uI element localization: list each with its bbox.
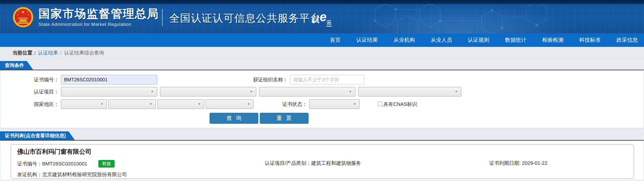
chevron-down-icon: ▼ (455, 90, 458, 93)
nav-item-cert-rules[interactable]: 认证规则 (468, 37, 489, 44)
china-national-emblem-icon: ★ ★ ★ ★ ★ (12, 7, 34, 29)
org-name-en: State Administration for Market Regulati… (39, 22, 159, 27)
status-label: 证书状态： (248, 99, 307, 109)
cert-no-label: 证书编号： (0, 75, 59, 84)
status-select[interactable]: ▼ (309, 99, 359, 109)
chevron-down-icon: ▼ (353, 103, 356, 105)
chevron-down-icon: ▼ (149, 103, 152, 105)
cert-no-field-label: 证书编号： (17, 161, 42, 167)
breadcrumb-link-cert-results[interactable]: 认证结果 (38, 50, 58, 56)
region-label: 国家地区： (0, 99, 59, 109)
cert-no-value: BMT26SC02010001 (42, 161, 87, 167)
region-select-4[interactable]: ▼ (206, 99, 254, 109)
org-name-input[interactable] (290, 75, 364, 84)
site-header: ★ ★ ★ ★ ★ 国家市场监督管理总局 State Administratio… (0, 0, 644, 33)
cert-list-panel: 佛山市百利玛门窗有限公司 证书编号：BMT26SC02010001有效 认证项目… (0, 140, 644, 180)
logo-char-e: e (319, 11, 327, 23)
nav-item-cert-results[interactable]: 认证结果 (356, 37, 378, 44)
org-name-cn: 国家市场监督管理总局 (39, 7, 159, 21)
nav-item-institutions[interactable]: 从业机构 (394, 37, 415, 44)
project-label: 认证项目： (0, 87, 59, 97)
issuer-label: 发证机构： (17, 172, 42, 177)
logo-char-ren: 认 (311, 14, 320, 25)
svg-text:★: ★ (21, 10, 25, 14)
certificate-info-row: 证书编号：BMT26SC02010001有效 认证项目/产品类别：建筑工程和建筑… (17, 160, 630, 167)
expiry-date: 证书到期日期: 2029-01-22 (489, 160, 547, 167)
svg-text:★: ★ (26, 11, 28, 13)
header-top-strip (0, 0, 644, 4)
logo-char-yun: 云 (326, 19, 332, 27)
issuer-row: 发证机构：北京建筑材料检验研究院股份有限公司 (17, 171, 127, 178)
ren-e-yun-logo: 认 e 云 (311, 11, 332, 27)
cnas-checkbox[interactable] (378, 102, 382, 106)
status-badge: 有效 (98, 160, 115, 168)
project-select-2[interactable]: ▼ (160, 87, 256, 97)
breadcrumb-separator: / (60, 50, 62, 56)
project-category: 认证项目/产品类别：建筑工程和建筑物服务 (265, 160, 361, 167)
reset-button[interactable]: 重置 (260, 113, 309, 124)
svg-text:★: ★ (17, 14, 19, 16)
region-select-3[interactable]: ▼ (157, 99, 204, 109)
nav-item-personnel[interactable]: 从业人员 (431, 37, 452, 44)
chevron-down-icon: ▼ (250, 90, 253, 93)
hexagon-decoration (344, 0, 585, 33)
org-name-label: 获证组织名称： (221, 75, 288, 84)
search-button[interactable]: 查询 (210, 113, 258, 124)
brand-block: 国家市场监督管理总局 State Administration for Mark… (39, 7, 159, 27)
nav-item-procurement[interactable]: 政采信息 (616, 37, 638, 44)
breadcrumb-current: 认证结果综合查询 (64, 50, 104, 56)
svg-text:★: ★ (18, 11, 20, 13)
certificate-card[interactable]: 佛山市百利玛门窗有限公司 证书编号：BMT26SC02010001有效 认证项目… (11, 144, 634, 179)
cert-list-section-tab: 证书列表(点击查看详细信息) (0, 131, 75, 140)
query-section-tab: 查询条件 (0, 61, 33, 70)
chevron-down-icon: ▼ (349, 90, 352, 93)
project-select-1[interactable]: ▼ (61, 87, 157, 97)
brand-divider (162, 9, 163, 26)
issuer-value: 北京建筑材料检验研究院股份有限公司 (42, 172, 127, 177)
chevron-down-icon: ▼ (151, 90, 154, 93)
region-select-2[interactable]: ▼ (108, 99, 156, 109)
project-select-3[interactable]: ▼ (259, 87, 355, 97)
cnas-label[interactable]: 具有CNAS标识 (383, 102, 417, 107)
company-name: 佛山市百利玛门窗有限公司 (17, 148, 92, 156)
project-select-4[interactable]: ▼ (358, 87, 461, 97)
query-panel: 证书编号： 获证组织名称： 认证项目： ▼ ▼ ▼ ▼ 国家地区： ▼ ▼ ▼ … (0, 70, 644, 128)
chevron-down-icon: ▼ (198, 103, 201, 105)
nav-item-statistics[interactable]: 数据统计 (505, 37, 526, 44)
nav-item-inspection[interactable]: 检验检测 (542, 37, 564, 44)
cert-no-input[interactable] (61, 75, 157, 84)
main-nav: 首页 认证结果 从业机构 从业人员 认证规则 数据统计 检验检测 科技标准 政采… (0, 33, 644, 47)
nav-item-home[interactable]: 首页 (330, 37, 341, 44)
platform-title: 全国认证认可信息公共服务平台 (169, 11, 321, 26)
svg-text:★: ★ (28, 14, 30, 16)
chevron-down-icon: ▼ (100, 103, 104, 105)
breadcrumb-prefix: 当前位置： (12, 50, 37, 56)
nav-item-tech-standards[interactable]: 科技标准 (579, 37, 601, 44)
breadcrumb: 当前位置： 认证结果 / 认证结果综合查询 (0, 47, 644, 59)
region-select-1[interactable]: ▼ (61, 99, 107, 109)
